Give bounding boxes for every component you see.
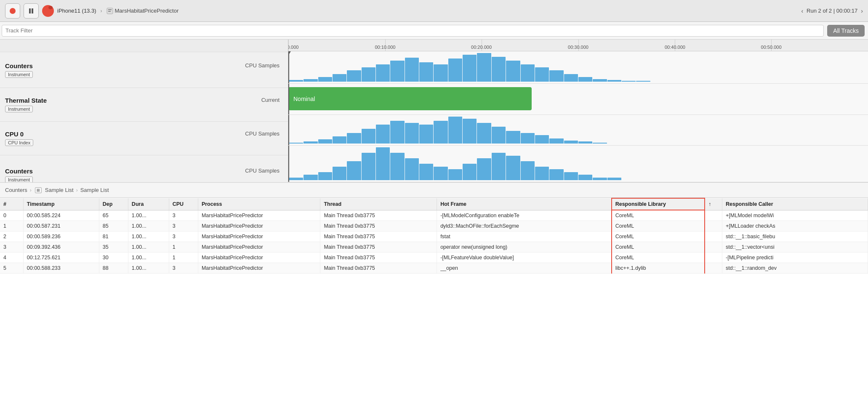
table-cell: 1 bbox=[169, 242, 198, 253]
table-cell: 3 bbox=[169, 263, 198, 274]
bar-segment bbox=[289, 143, 303, 144]
table-row[interactable]: 500:00.588.233881.00...3MarsHabitatPrice… bbox=[0, 263, 868, 274]
col-sort-arrow[interactable]: ↑ bbox=[705, 198, 722, 210]
bar-segment bbox=[333, 136, 346, 144]
bar-segment bbox=[578, 77, 592, 82]
table-cell: Main Thread 0xb3775 bbox=[320, 253, 437, 263]
track-labels: Counters Instrument CPU Samples Thermal … bbox=[0, 40, 288, 182]
table-cell: Main Thread 0xb3775 bbox=[320, 221, 437, 231]
breadcrumb-samplelist2[interactable]: Sample List bbox=[80, 187, 109, 193]
table-cell: MarsHabitatPricePredictor bbox=[198, 242, 320, 253]
bar-segment bbox=[390, 153, 404, 180]
table-cell: 35 bbox=[99, 242, 128, 253]
col-cpu: CPU bbox=[169, 198, 198, 210]
bar-segment bbox=[535, 167, 549, 181]
table-cell: MarsHabitatPricePredictor bbox=[198, 221, 320, 231]
table-cell bbox=[705, 210, 722, 221]
table-cell: CoreML bbox=[612, 253, 705, 263]
col-num: # bbox=[0, 198, 23, 210]
bar-segment bbox=[506, 131, 520, 144]
sample-table: # Timestamp Dep Dura CPU Process Thread … bbox=[0, 198, 868, 274]
run-next-button[interactable]: › bbox=[861, 8, 863, 14]
breadcrumb-samplelist1[interactable]: Sample List bbox=[45, 187, 74, 193]
bar-segment bbox=[549, 169, 563, 180]
table-cell: 88 bbox=[99, 263, 128, 274]
track-label-cpu0: CPU 0 CPU Index CPU Samples bbox=[0, 122, 288, 155]
bars-1 bbox=[288, 53, 868, 82]
bar-segment bbox=[405, 158, 419, 180]
table-row[interactable]: 100:00.587.231851.00...3MarsHabitatPrice… bbox=[0, 221, 868, 231]
bottom-panel: Counters › ⊞ Sample List › Sample List #… bbox=[0, 183, 868, 415]
playhead-4 bbox=[288, 146, 289, 182]
svg-rect-7 bbox=[108, 11, 111, 12]
pause-button[interactable] bbox=[24, 3, 39, 19]
bar-segment bbox=[304, 175, 317, 180]
table-cell: 1.00... bbox=[128, 210, 169, 221]
bar-segment bbox=[535, 135, 549, 144]
bar-segment bbox=[333, 167, 346, 181]
table-cell bbox=[705, 253, 722, 263]
bar-segment bbox=[535, 67, 549, 82]
bar-segment bbox=[405, 123, 419, 144]
table-cell: 3 bbox=[169, 221, 198, 231]
table-cell: 1 bbox=[169, 253, 198, 263]
table-cell: CoreML bbox=[612, 231, 705, 242]
table-cell: 5 bbox=[0, 263, 23, 274]
svg-rect-2 bbox=[32, 8, 33, 13]
table-cell: 65 bbox=[99, 210, 128, 221]
table-row[interactable]: 400:12.725.621301.00...1MarsHabitatPrice… bbox=[0, 253, 868, 263]
table-cell: 00:00.587.231 bbox=[23, 221, 99, 231]
all-tracks-button[interactable]: All Tracks bbox=[827, 25, 865, 37]
col-responsible-caller: Responsible Caller bbox=[722, 198, 868, 210]
table-cell: CoreML bbox=[612, 242, 705, 253]
table-cell: dyld3::MachOFile::forEachSegme bbox=[437, 221, 612, 231]
table-cell: 00:12.725.621 bbox=[23, 253, 99, 263]
playhead-3 bbox=[288, 115, 289, 145]
bar-segment bbox=[521, 161, 535, 181]
col-responsible-library: Responsible Library bbox=[612, 198, 705, 210]
table-row[interactable]: 200:00.589.236811.00...3MarsHabitatPrice… bbox=[0, 231, 868, 242]
track-cpu0-samples bbox=[288, 115, 868, 146]
bar-segment bbox=[318, 77, 332, 82]
table-cell: std::__1::basic_filebu bbox=[722, 231, 868, 242]
bar-segment bbox=[607, 80, 621, 82]
table-cell: 0 bbox=[0, 210, 23, 221]
bar-segment bbox=[405, 58, 419, 82]
thermal-state-box: Nominal bbox=[288, 87, 532, 110]
table-cell: 1.00... bbox=[128, 221, 169, 231]
table-cell bbox=[705, 242, 722, 253]
table-cell: 4 bbox=[0, 253, 23, 263]
bar-segment bbox=[434, 64, 447, 82]
table-cell: +[MLModel modelWi bbox=[722, 210, 868, 221]
table-cell: CoreML bbox=[612, 210, 705, 221]
table-cell bbox=[705, 231, 722, 242]
table-cell: 1.00... bbox=[128, 253, 169, 263]
device-icon bbox=[42, 5, 54, 17]
record-button[interactable] bbox=[5, 3, 20, 19]
table-row[interactable]: 300:09.392.436351.00...1MarsHabitatPrice… bbox=[0, 242, 868, 253]
table-cell: 2 bbox=[0, 231, 23, 242]
breadcrumb-sep-1: › bbox=[30, 187, 32, 193]
table-cell: 3 bbox=[169, 210, 198, 221]
table-cell: MarsHabitatPricePredictor bbox=[198, 210, 320, 221]
table-body: 000:00.585.224651.00...3MarsHabitatPrice… bbox=[0, 210, 868, 274]
svg-point-0 bbox=[10, 8, 16, 14]
breadcrumb-counters[interactable]: Counters bbox=[5, 187, 27, 193]
table-cell: fstat bbox=[437, 231, 612, 242]
col-dura: Dura bbox=[128, 198, 169, 210]
table-row[interactable]: 000:00.585.224651.00...3MarsHabitatPrice… bbox=[0, 210, 868, 221]
bar-segment bbox=[578, 141, 592, 144]
table-cell: 1.00... bbox=[128, 263, 169, 274]
bar-segment bbox=[434, 167, 447, 181]
table-cell: Main Thread 0xb3775 bbox=[320, 263, 437, 274]
bar-segment bbox=[362, 129, 375, 144]
col-dep: Dep bbox=[99, 198, 128, 210]
bar-segment bbox=[492, 57, 506, 82]
track-filter-input[interactable] bbox=[2, 25, 824, 37]
run-prev-button[interactable]: ‹ bbox=[801, 8, 803, 14]
table-cell: Main Thread 0xb3775 bbox=[320, 210, 437, 221]
bar-segment bbox=[564, 141, 578, 144]
table-cell: CoreML bbox=[612, 221, 705, 231]
bar-segment bbox=[463, 119, 477, 144]
table-cell: 30 bbox=[99, 253, 128, 263]
